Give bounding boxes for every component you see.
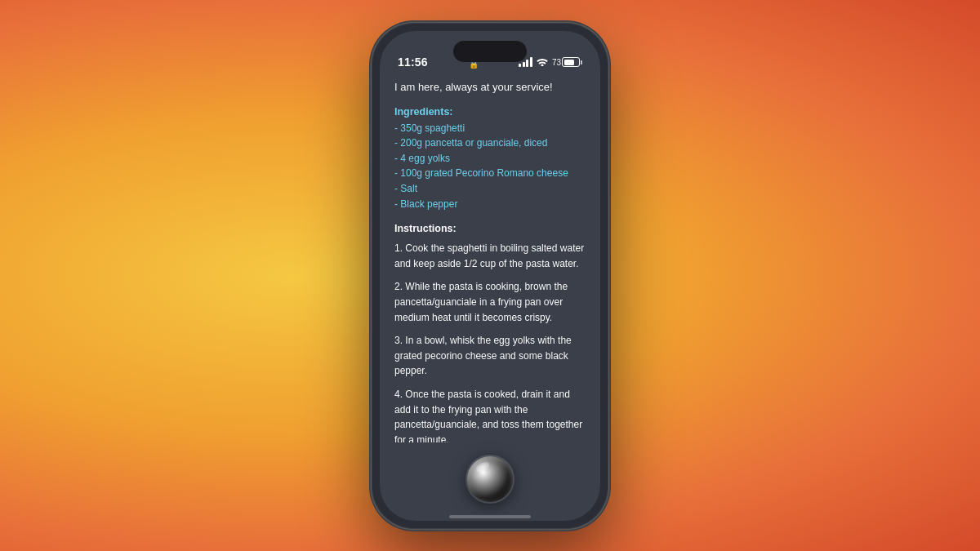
wifi-icon: [537, 56, 548, 69]
siri-orb-ring: [467, 456, 513, 502]
phone-device: 11:56 🔒 73: [372, 23, 608, 529]
list-item: - 350g spaghetti: [394, 121, 586, 136]
phone-body: 11:56 🔒 73: [372, 23, 608, 529]
power-button[interactable]: [608, 162, 611, 227]
instructions-title: Instructions:: [394, 223, 586, 234]
list-item: - Black pepper: [394, 197, 586, 212]
ingredients-title: Ingredients:: [394, 106, 586, 118]
step-1: 1. Cook the spaghetti in boiling salted …: [394, 241, 586, 271]
instructions-section: Instructions: 1. Cook the spaghetti in b…: [394, 223, 586, 442]
siri-orb[interactable]: [467, 456, 513, 502]
siri-greeting: I am here, always at your service!: [394, 80, 586, 95]
list-item: - Salt: [394, 181, 586, 197]
list-item: - 4 egg yolks: [394, 151, 586, 167]
status-icons: 73: [519, 56, 582, 69]
battery-icon: 73: [552, 57, 582, 67]
ingredients-list: - 350g spaghetti - 200g pancetta or guan…: [394, 121, 586, 212]
step-4: 4. Once the pasta is cooked, drain it an…: [394, 387, 586, 442]
siri-bottom-bar: [394, 442, 586, 516]
battery-percent: 73: [552, 58, 561, 67]
dynamic-island: [453, 41, 527, 62]
step-2: 2. While the pasta is cooking, brown the…: [394, 279, 586, 325]
step-3: 3. In a bowl, whisk the egg yolks with t…: [394, 333, 586, 379]
siri-content: I am here, always at your service! Ingre…: [380, 73, 600, 516]
list-item: - 200g pancetta or guanciale, diced: [394, 136, 586, 151]
status-time: 11:56: [398, 56, 428, 69]
phone-screen: 11:56 🔒 73: [380, 31, 600, 521]
home-bar: [449, 515, 531, 518]
home-indicator: [380, 516, 600, 521]
list-item: - 100g grated Pecorino Romano cheese: [394, 166, 586, 181]
siri-response: I am here, always at your service! Ingre…: [394, 80, 586, 442]
ingredients-section: Ingredients: - 350g spaghetti - 200g pan…: [394, 106, 586, 212]
